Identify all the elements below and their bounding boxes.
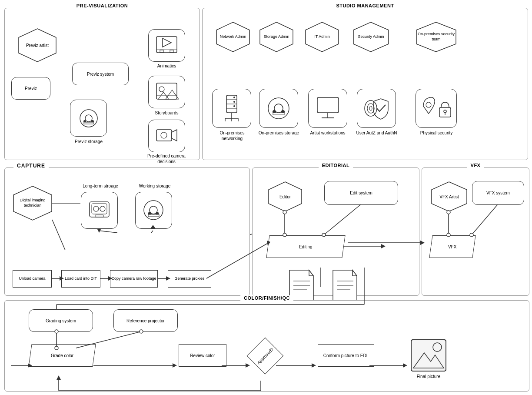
network-admin-actor: Network Admin xyxy=(216,21,250,53)
svg-marker-141 xyxy=(352,270,357,276)
auth-system xyxy=(357,89,396,128)
editor-actor: Editor xyxy=(268,181,303,212)
unload-camera-step: Unload camera xyxy=(13,270,52,288)
dit-actor: Digital imaging technician xyxy=(13,185,53,221)
storyboards-label: Storyboards xyxy=(148,110,185,116)
auth-label: User AutZ and AuthN xyxy=(354,130,399,136)
diagram-container: PRE-VISUALIZATION Previz artist Previz P… xyxy=(0,0,532,395)
svg-marker-136 xyxy=(309,270,313,276)
storage-admin-actor: Storage Admin xyxy=(259,21,294,53)
capture-title: CAPTURE xyxy=(13,163,49,169)
svg-point-125 xyxy=(93,206,99,211)
networking-label: On-premises networking xyxy=(210,130,254,141)
previsualization-title: PRE-VISUALIZATION xyxy=(73,3,131,8)
color-finish-title: COLOR/FINISH/QC xyxy=(240,295,293,301)
color-finish-section: COLOR/FINISH/QC Grading system Reference… xyxy=(4,300,529,392)
workstations-label: Artist workstations xyxy=(306,130,349,136)
vfx-system: VFX system xyxy=(472,181,524,205)
previz-storage-label: Previz storage xyxy=(69,139,108,144)
grading-system: Grading system xyxy=(29,309,93,332)
grade-color-process: Grade color xyxy=(28,344,96,367)
svg-point-83 xyxy=(159,87,164,92)
svg-point-115 xyxy=(365,100,377,116)
load-card-step: Load card into DIT xyxy=(61,270,100,288)
camera-decisions-label: Pre-defined camera decisions xyxy=(145,153,188,164)
svg-rect-112 xyxy=(317,97,339,113)
svg-rect-76 xyxy=(84,122,93,124)
long-term-storage-icon xyxy=(81,192,118,229)
security-admin-actor: Security Admin xyxy=(352,21,389,53)
it-admin-actor: IT Admin xyxy=(305,21,339,53)
svg-marker-79 xyxy=(163,38,171,47)
svg-rect-81 xyxy=(170,50,173,53)
long-term-label: Long-term stroage xyxy=(79,183,122,189)
working-storage-label: Working storage xyxy=(133,183,176,189)
svg-point-89 xyxy=(161,132,167,138)
svg-point-73 xyxy=(85,115,92,122)
vfx-title: VFX xyxy=(467,163,484,168)
storage-system-label: On-premises storage xyxy=(258,130,299,136)
camera-decisions-icon xyxy=(148,120,185,152)
svg-point-118 xyxy=(426,102,431,107)
conform-picture-process: Conform picture to EDL xyxy=(318,344,374,367)
svg-marker-88 xyxy=(172,130,177,141)
animatics-icon xyxy=(148,29,185,62)
svg-rect-133 xyxy=(148,214,159,217)
svg-point-120 xyxy=(444,110,446,113)
svg-point-100 xyxy=(233,101,235,103)
security-team-actor: On-premises security team xyxy=(416,21,457,53)
approved-decision: Approved? xyxy=(250,341,280,371)
svg-rect-111 xyxy=(273,113,284,115)
vfx-artist-actor: VFX Artist xyxy=(431,181,468,212)
previsualization-section: PRE-VISUALIZATION Previz artist Previz P… xyxy=(4,8,200,160)
locked-edl-doc: Locked EDL xyxy=(331,268,359,303)
animatics-label: Animatics xyxy=(148,63,185,69)
svg-rect-119 xyxy=(439,107,451,117)
review-color-process: Review color xyxy=(179,344,226,367)
svg-point-117 xyxy=(369,106,372,110)
storage-system xyxy=(259,89,298,128)
workstations-system xyxy=(308,89,347,128)
studio-management-section: STUDIO MANAGEMENT Network Admin Storage … xyxy=(202,8,528,160)
final-picture-icon: Final picture xyxy=(409,338,448,377)
svg-point-72 xyxy=(80,110,97,127)
editing-process: Editing xyxy=(266,235,345,258)
working-storage-icon xyxy=(135,192,172,229)
editorial-section: EDITORIAL Editor Edit system Editing WIP… xyxy=(252,167,419,296)
previz-system: Previz system xyxy=(72,63,129,85)
generate-proxies-step: Generate proxies xyxy=(168,270,211,288)
physical-security-system xyxy=(416,89,457,128)
svg-point-99 xyxy=(233,97,235,98)
svg-rect-80 xyxy=(160,50,163,53)
svg-point-101 xyxy=(233,105,235,107)
copy-footage-step: Copy camera raw footage xyxy=(110,270,158,288)
svg-rect-87 xyxy=(156,130,172,141)
networking-system xyxy=(212,89,251,128)
editorial-title: EDITORIAL xyxy=(319,163,353,168)
capture-section: CAPTURE Digital imaging technician Long-… xyxy=(4,167,250,296)
reference-projector: Reference projector xyxy=(113,309,178,332)
svg-point-126 xyxy=(100,206,105,211)
vfx-process: VFX xyxy=(429,235,475,258)
previz-artist-actor: Previz artist xyxy=(18,28,57,63)
vfx-section: VFX VFX Artist VFX system VFX xyxy=(422,167,529,296)
studio-management-title: STUDIO MANAGEMENT xyxy=(332,3,397,8)
storyboards-icon xyxy=(148,76,185,108)
physical-security-label: Physical security xyxy=(414,130,459,136)
edit-system: Edit system xyxy=(324,181,398,205)
svg-point-107 xyxy=(268,98,289,119)
previz-process: Previz xyxy=(11,77,50,100)
previz-storage xyxy=(70,100,107,137)
